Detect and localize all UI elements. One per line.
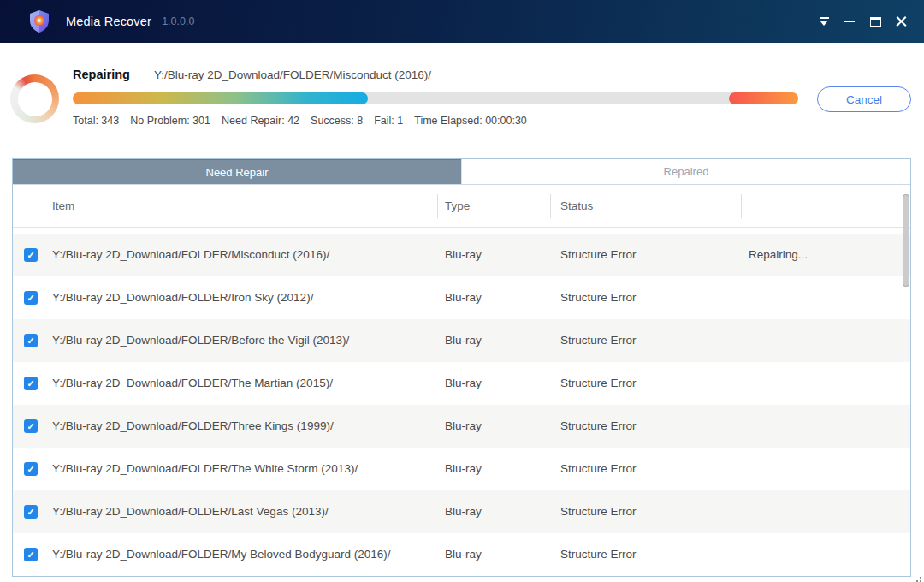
table-row[interactable]: ✓ Y:/Blu-ray 2D_Download/FOLDER/Before t…	[13, 319, 910, 362]
cell-type: Blu-ray	[445, 533, 482, 576]
cell-type: Blu-ray	[445, 448, 482, 490]
cell-item: Y:/Blu-ray 2D_Download/FOLDER/Iron Sky (…	[52, 276, 313, 319]
table-row[interactable]: ✓ Y:/Blu-ray 2D_Download/FOLDER/The Whit…	[13, 448, 910, 490]
row-checkbox[interactable]: ✓	[24, 334, 38, 347]
stat-time-elapsed: Time Elapsed: 00:00:30	[414, 115, 527, 127]
progress-bar	[73, 92, 798, 104]
column-header-type: Type	[445, 185, 470, 228]
app-logo-shield-icon	[28, 9, 50, 33]
menu-caret-icon[interactable]	[811, 9, 837, 34]
table-row[interactable]: ✓ Y:/Blu-ray 2D_Download/FOLDER/The Mart…	[13, 362, 910, 405]
cell-type: Blu-ray	[445, 405, 482, 448]
cell-status: Structure Error	[560, 276, 637, 319]
cell-status: Structure Error	[560, 319, 637, 362]
tab-bar: Need Repair Repaired	[13, 159, 910, 185]
row-checkbox[interactable]: ✓	[24, 462, 38, 476]
app-title: Media Recover	[66, 15, 151, 28]
cell-item: Y:/Blu-ray 2D_Download/FOLDER/Three King…	[52, 405, 334, 448]
window-controls	[811, 0, 914, 43]
progress-fail-segment	[729, 92, 798, 104]
cell-status: Structure Error	[560, 448, 637, 490]
close-icon[interactable]	[888, 9, 914, 34]
resize-grip-icon[interactable]	[909, 577, 911, 579]
check-icon: ✓	[27, 465, 34, 474]
minimize-icon[interactable]	[837, 9, 862, 34]
cell-status: Structure Error	[560, 490, 637, 533]
cell-type: Blu-ray	[445, 276, 482, 319]
stat-success: Success: 8	[311, 115, 363, 127]
cell-type: Blu-ray	[445, 234, 482, 276]
cell-type: Blu-ray	[445, 490, 482, 533]
app-window: Media Recover 1.0.0.0 RepairingY:/Blu-ra…	[0, 0, 924, 582]
stat-need-repair: Need Repair: 42	[222, 115, 299, 127]
cell-item: Y:/Blu-ray 2D_Download/FOLDER/Before the…	[52, 319, 349, 362]
check-icon: ✓	[27, 550, 34, 560]
cell-item: Y:/Blu-ray 2D_Download/FOLDER/My Beloved…	[52, 533, 390, 576]
table-header: Item Type Status	[13, 185, 910, 228]
row-checkbox[interactable]: ✓	[24, 291, 38, 305]
cell-status: Structure Error	[560, 533, 637, 576]
table-row[interactable]: ✓ Y:/Blu-ray 2D_Download/FOLDER/Miscondu…	[13, 234, 910, 276]
cell-status: Structure Error	[560, 405, 637, 448]
scrollbar-thumb[interactable]	[903, 194, 909, 287]
column-header-item: Item	[52, 185, 74, 228]
cell-item: Y:/Blu-ray 2D_Download/FOLDER/Misconduct…	[52, 234, 329, 276]
row-checkbox[interactable]: ✓	[24, 377, 38, 390]
row-checkbox[interactable]: ✓	[24, 419, 38, 433]
table-row[interactable]: ✓ Y:/Blu-ray 2D_Download/FOLDER/Three Ki…	[13, 405, 910, 448]
column-header-status: Status	[560, 185, 593, 228]
cell-action: Repairing...	[749, 234, 808, 276]
cancel-button[interactable]: Cancel	[817, 86, 911, 112]
cell-type: Blu-ray	[445, 362, 482, 405]
check-icon: ✓	[27, 251, 34, 260]
check-icon: ✓	[27, 294, 34, 303]
table-row[interactable]: ✓ Y:/Blu-ray 2D_Download/FOLDER/Iron Sky…	[13, 276, 910, 319]
cell-item: Y:/Blu-ray 2D_Download/FOLDER/Last Vegas…	[52, 490, 329, 533]
cell-item: Y:/Blu-ray 2D_Download/FOLDER/The Martia…	[52, 362, 333, 405]
stats-row: Total: 343 No Problem: 301 Need Repair: …	[73, 115, 527, 127]
maximize-icon[interactable]	[862, 9, 888, 34]
table-body: ✓ Y:/Blu-ray 2D_Download/FOLDER/Miscondu…	[13, 234, 910, 576]
titlebar: Media Recover 1.0.0.0	[0, 0, 924, 43]
row-checkbox[interactable]: ✓	[24, 548, 38, 561]
progress-done-segment	[73, 92, 368, 104]
check-icon: ✓	[27, 336, 34, 346]
column-divider	[550, 194, 551, 218]
row-checkbox[interactable]: ✓	[24, 248, 38, 262]
current-item-path: Y:/Blu-ray 2D_Download/FOLDER/Misconduct…	[154, 68, 431, 81]
status-label: Repairing	[73, 68, 130, 81]
column-divider	[741, 194, 742, 218]
stat-total: Total: 343	[73, 115, 119, 127]
results-panel: Need Repair Repaired Item Type Status ✓ …	[12, 158, 911, 577]
app-version: 1.0.0.0	[162, 15, 194, 27]
row-checkbox[interactable]: ✓	[24, 505, 38, 519]
cell-status: Structure Error	[560, 234, 637, 276]
check-icon: ✓	[27, 422, 34, 431]
stat-fail: Fail: 1	[374, 115, 403, 127]
cell-item: Y:/Blu-ray 2D_Download/FOLDER/The White …	[52, 448, 358, 490]
table-row[interactable]: ✓ Y:/Blu-ray 2D_Download/FOLDER/My Belov…	[13, 533, 910, 576]
progress-spinner-icon	[10, 74, 59, 123]
stat-no-problem: No Problem: 301	[130, 115, 210, 127]
check-icon: ✓	[27, 508, 34, 517]
tab-repaired[interactable]: Repaired	[461, 159, 910, 184]
table-row[interactable]: ✓ Y:/Blu-ray 2D_Download/FOLDER/Last Veg…	[13, 490, 910, 533]
tab-need-repair[interactable]: Need Repair	[13, 159, 461, 184]
cell-status: Structure Error	[560, 362, 637, 405]
repair-header: RepairingY:/Blu-ray 2D_Download/FOLDER/M…	[0, 43, 924, 158]
check-icon: ✓	[27, 379, 34, 389]
column-divider	[437, 194, 438, 218]
cell-type: Blu-ray	[445, 319, 482, 362]
